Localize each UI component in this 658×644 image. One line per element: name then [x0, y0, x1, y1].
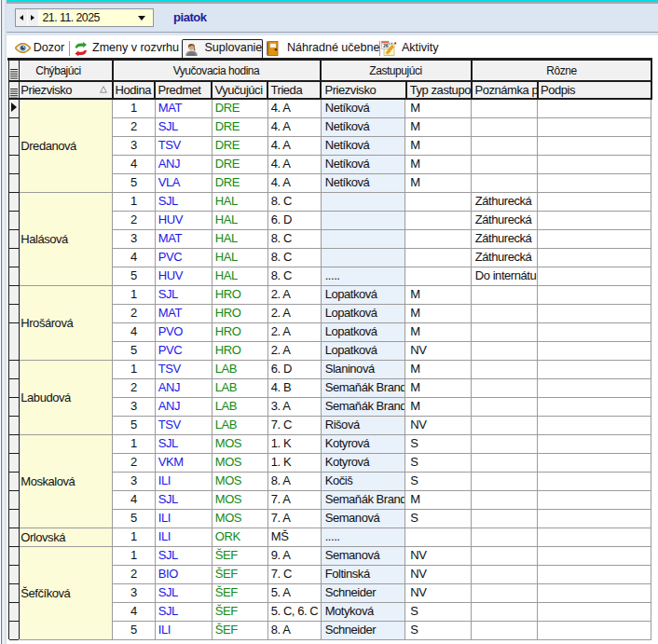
- svg-text:26: 26: [383, 44, 389, 48]
